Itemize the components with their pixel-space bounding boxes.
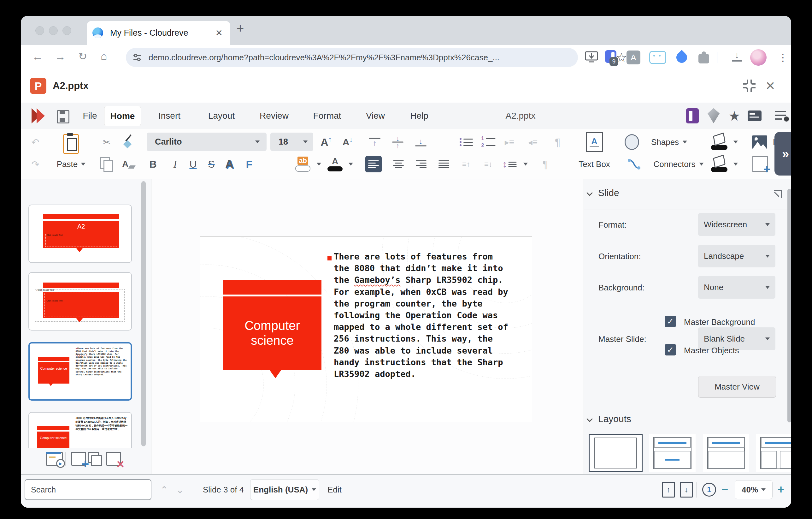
- format-painter-icon[interactable]: [122, 135, 135, 149]
- align-justify-icon[interactable]: [436, 156, 452, 172]
- profile-avatar[interactable]: [750, 49, 766, 66]
- reload-icon[interactable]: ↻: [78, 50, 87, 62]
- new-tab-button[interactable]: +: [237, 22, 244, 36]
- slide-canvas[interactable]: Computer science There are lots of featu…: [151, 179, 584, 474]
- bullet-list-icon[interactable]: [460, 138, 473, 146]
- expand-panel-icon[interactable]: [774, 190, 782, 198]
- move-backward-icon[interactable]: ≡↓: [484, 160, 492, 169]
- traffic-light-minimize[interactable]: [49, 26, 58, 35]
- line-spacing-icon[interactable]: ↕: [502, 159, 517, 169]
- fit-width-icon[interactable]: ↓: [680, 475, 693, 504]
- font-size-select[interactable]: 18: [270, 133, 313, 151]
- bold-icon[interactable]: B: [149, 159, 156, 170]
- downloads-icon[interactable]: ↓: [729, 50, 745, 65]
- menu-view[interactable]: View: [366, 103, 385, 129]
- outline-color-caret-icon[interactable]: [733, 141, 738, 144]
- align-text-middle-icon[interactable]: ↓↑: [392, 136, 404, 149]
- menu-home[interactable]: Home: [104, 106, 141, 126]
- numbered-list-icon[interactable]: 1 2: [482, 136, 496, 148]
- align-text-bottom-icon[interactable]: ↓: [415, 138, 427, 146]
- paste-caret-icon[interactable]: [81, 163, 85, 166]
- menu-format[interactable]: Format: [313, 103, 341, 129]
- decrease-font-icon[interactable]: A↓: [343, 137, 353, 147]
- clear-style-icon[interactable]: A: [122, 159, 135, 169]
- superscript-icon[interactable]: A: [225, 158, 233, 171]
- gem-icon[interactable]: [707, 108, 720, 124]
- slide-title-bar-shape[interactable]: [223, 280, 321, 295]
- extension-tv-icon[interactable]: [649, 51, 666, 64]
- panel-scrollbar[interactable]: [787, 189, 791, 422]
- find-previous-icon[interactable]: ⌃: [160, 475, 168, 504]
- menu-layout[interactable]: Layout: [208, 103, 235, 129]
- save-icon[interactable]: [57, 110, 69, 124]
- text-box-icon[interactable]: A: [586, 132, 603, 152]
- thumbnails-scrollbar[interactable]: [141, 181, 146, 446]
- background-select[interactable]: None: [698, 276, 775, 299]
- traffic-light-zoom[interactable]: [62, 26, 71, 35]
- address-bar[interactable]: demo.cloudreve.org/home?path=cloudreve%3…: [126, 48, 578, 67]
- increase-font-icon[interactable]: A↑: [320, 136, 332, 148]
- shape-fill-color-icon[interactable]: [711, 156, 727, 172]
- slide-title-text[interactable]: Computer science: [223, 296, 321, 370]
- master-background-checkbox[interactable]: ✓: [665, 316, 676, 327]
- expand-toolbar-button[interactable]: »: [775, 132, 791, 175]
- connectors-button[interactable]: Connectors: [654, 159, 704, 169]
- fill-color-caret-icon[interactable]: [733, 163, 738, 166]
- undo-icon[interactable]: ↶: [31, 137, 39, 148]
- slide-thumbnail-1[interactable]: A2 Click to add Text: [28, 204, 132, 263]
- strikethrough-icon[interactable]: S: [208, 159, 214, 170]
- zoom-100-icon[interactable]: 1: [702, 475, 716, 504]
- slide-thumbnail-2[interactable]: • Click to add Text Click to add Title: [28, 272, 132, 330]
- decrease-indent-icon[interactable]: ◂≡: [528, 137, 538, 147]
- browser-tab[interactable]: My Files - Cloudreve ✕: [87, 21, 230, 45]
- redo-icon[interactable]: ↷: [31, 159, 39, 170]
- tab-close-icon[interactable]: ✕: [215, 28, 223, 38]
- start-slideshow-icon[interactable]: ▶: [46, 452, 63, 466]
- shapes-circle-icon[interactable]: [625, 134, 639, 150]
- zoom-level-select[interactable]: 40%: [735, 480, 773, 499]
- layout-two-content[interactable]: [756, 434, 791, 472]
- install-app-icon[interactable]: [584, 51, 599, 64]
- layout-title-body[interactable]: [703, 434, 749, 472]
- slide-thumbnail-4[interactable]: Computer science ▪8080 芯片的很多功能都没有加入 Game…: [28, 412, 132, 448]
- zoom-out-button[interactable]: −: [722, 475, 728, 504]
- delete-slide-icon[interactable]: ✕: [106, 452, 121, 466]
- search-input[interactable]: [25, 479, 151, 500]
- shape-outline-color-icon[interactable]: [711, 134, 727, 150]
- slide-thumbnail-3-selected[interactable]: Computer science ▪There are lots of feat…: [28, 342, 132, 401]
- font-name-select[interactable]: Carlito: [147, 133, 267, 151]
- layouts-section-header[interactable]: Layouts: [587, 414, 631, 424]
- char-case-icon[interactable]: F: [246, 158, 253, 170]
- forward-icon[interactable]: →: [55, 51, 66, 63]
- find-next-icon[interactable]: ⌃: [176, 475, 184, 504]
- move-forward-icon[interactable]: ≡↑: [462, 160, 470, 169]
- align-text-top-icon[interactable]: ↑: [369, 138, 380, 146]
- extension-tabs-icon[interactable]: 9: [605, 50, 618, 65]
- align-right-icon[interactable]: [413, 156, 429, 172]
- slide-section-header[interactable]: Slide: [587, 188, 619, 198]
- duplicate-slide-icon[interactable]: [88, 452, 102, 465]
- current-slide[interactable]: Computer science There are lots of featu…: [200, 237, 532, 422]
- paste-clipboard-icon[interactable]: [63, 134, 79, 154]
- paragraph-settings-icon[interactable]: ¶: [543, 158, 548, 170]
- add-slide-icon[interactable]: +: [71, 452, 86, 466]
- font-color-icon[interactable]: A: [327, 157, 343, 171]
- extensions-puzzle-icon[interactable]: [698, 51, 711, 64]
- exit-fullscreen-icon[interactable]: [743, 80, 756, 92]
- shapes-button[interactable]: Shapes: [651, 137, 687, 147]
- align-center-icon[interactable]: [390, 156, 407, 172]
- browser-menu-icon[interactable]: ⋮: [778, 51, 788, 63]
- zoom-in-button[interactable]: +: [778, 475, 784, 504]
- underline-icon[interactable]: U: [189, 159, 197, 170]
- cut-icon[interactable]: ✂: [103, 137, 110, 148]
- orientation-select[interactable]: Landscape: [698, 245, 775, 267]
- menu-review[interactable]: Review: [260, 103, 289, 129]
- increase-indent-icon[interactable]: ▸≡: [505, 137, 514, 147]
- paste-button[interactable]: Paste: [57, 159, 86, 169]
- layout-title-content[interactable]: [649, 434, 696, 472]
- menu-insert[interactable]: Insert: [158, 103, 180, 129]
- home-icon[interactable]: ⌂: [100, 50, 107, 62]
- connectors-icon[interactable]: [627, 157, 641, 171]
- line-spacing-caret-icon[interactable]: [523, 163, 528, 166]
- close-preview-icon[interactable]: ✕: [765, 79, 775, 93]
